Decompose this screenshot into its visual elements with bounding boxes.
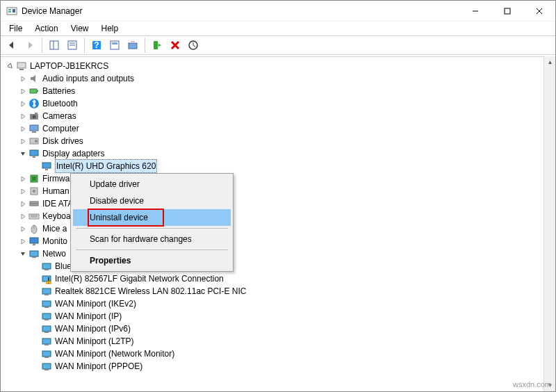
display-icon — [28, 148, 40, 159]
help-button[interactable]: ? — [88, 37, 105, 54]
context-menu-item[interactable]: Properties — [73, 252, 231, 269]
firmware-icon — [28, 173, 40, 184]
tree-root[interactable]: LAPTOP-JB1EKRCS — [6, 60, 555, 72]
expand-icon[interactable] — [19, 99, 27, 108]
tree-item[interactable]: Realtek 8821CE Wireless LAN 802.11ac PCI… — [6, 285, 555, 297]
svg-point-40 — [33, 190, 35, 193]
collapse-icon[interactable] — [19, 250, 27, 258]
menu-file[interactable]: File — [3, 22, 28, 35]
context-menu-item[interactable]: Uninstall device — [73, 209, 231, 226]
svg-rect-17 — [129, 43, 137, 49]
svg-rect-1 — [8, 9, 11, 10]
expand-icon[interactable] — [19, 74, 27, 83]
expand-icon[interactable] — [19, 87, 27, 95]
tree-item[interactable]: !Intel(R) 82567LF Gigabit Network Connec… — [6, 272, 555, 285]
tree-item[interactable]: Batteries — [6, 85, 555, 97]
svg-rect-34 — [33, 156, 35, 158]
show-hide-tree-button[interactable] — [46, 37, 63, 54]
forward-button[interactable] — [22, 37, 38, 54]
svg-rect-5 — [505, 8, 510, 14]
svg-rect-50 — [30, 251, 38, 256]
svg-rect-16 — [112, 42, 117, 44]
svg-rect-2 — [8, 11, 11, 13]
svg-rect-66 — [42, 351, 51, 357]
svg-rect-8 — [50, 41, 58, 49]
tree-item-label: Mice a — [42, 222, 67, 235]
scroll-track[interactable] — [544, 68, 555, 379]
minimize-button[interactable] — [459, 1, 491, 22]
svg-rect-35 — [42, 163, 51, 168]
expand-icon[interactable] — [6, 62, 15, 70]
update-button[interactable] — [185, 37, 202, 54]
tree-item[interactable]: WAN Miniport (Network Monitor) — [6, 348, 555, 360]
expand-icon[interactable] — [19, 137, 27, 145]
tree-item-label: Computer — [42, 122, 79, 135]
expand-icon[interactable] — [19, 199, 27, 208]
svg-rect-29 — [30, 125, 38, 131]
tree-item[interactable]: WAN Miniport (IPv6) — [6, 322, 555, 335]
svg-rect-48 — [30, 238, 38, 243]
svg-rect-60 — [42, 313, 51, 319]
close-button[interactable] — [523, 1, 555, 22]
window-title: Device Manager — [22, 6, 459, 16]
uninstall-button[interactable] — [167, 37, 183, 54]
svg-rect-15 — [111, 41, 119, 49]
svg-rect-24 — [37, 90, 38, 92]
tree-item-label: Cameras — [42, 110, 76, 122]
action-button[interactable] — [106, 37, 123, 54]
tree-item-label: WAN Miniport (IPv6) — [55, 322, 131, 335]
context-menu-item[interactable]: Disable device — [73, 193, 231, 209]
net-icon — [41, 361, 52, 372]
maximize-button[interactable] — [491, 1, 523, 22]
collapse-icon[interactable] — [19, 149, 27, 158]
back-button[interactable] — [3, 37, 20, 54]
expand-icon[interactable] — [19, 124, 27, 133]
vertical-scrollbar[interactable]: ▲ ▼ — [543, 56, 555, 391]
expand-icon[interactable] — [19, 212, 27, 220]
tree-item[interactable]: Disk drives — [6, 135, 555, 147]
svg-rect-49 — [33, 244, 35, 245]
expand-icon[interactable] — [19, 187, 27, 195]
disk-icon — [28, 136, 40, 147]
tree-item[interactable]: WAN Miniport (IKEv2) — [6, 297, 555, 310]
expand-icon[interactable] — [19, 174, 27, 183]
tree-item-label: Disk drives — [42, 135, 83, 147]
camera-icon — [28, 111, 40, 122]
svg-rect-23 — [30, 89, 37, 93]
svg-point-27 — [33, 115, 36, 119]
tree-item[interactable]: Audio inputs and outputs — [6, 72, 555, 85]
properties-button[interactable] — [64, 37, 81, 54]
tree-item[interactable]: Display adapters — [6, 147, 555, 160]
tree-item-label: Monito — [42, 235, 67, 247]
svg-rect-28 — [35, 113, 38, 114]
enable-button[interactable] — [149, 37, 165, 54]
expand-icon[interactable] — [19, 237, 27, 245]
tree-item[interactable]: WAN Miniport (L2TP) — [6, 335, 555, 348]
display-icon — [41, 161, 52, 172]
app-icon — [6, 6, 17, 17]
context-menu-separator — [76, 250, 228, 250]
tree-item[interactable]: Computer — [6, 122, 555, 135]
tree-item[interactable]: Cameras — [6, 110, 555, 122]
ide-icon — [28, 198, 40, 209]
context-menu-item[interactable]: Update driver — [73, 176, 231, 193]
tree-item[interactable]: Bluetooth — [6, 97, 555, 110]
menu-view[interactable]: View — [65, 22, 95, 35]
titlebar: Device Manager — [1, 1, 555, 22]
scroll-up-button[interactable]: ▲ — [544, 56, 556, 68]
expand-icon[interactable] — [19, 224, 27, 233]
tree-item-label: Human — [42, 185, 70, 197]
tree-item-label: IDE ATA — [42, 197, 73, 210]
tree-item[interactable]: Intel(R) UHD Graphics 620 — [6, 160, 555, 172]
menu-action[interactable]: Action — [29, 22, 63, 35]
net-icon — [41, 298, 52, 309]
menu-help[interactable]: Help — [96, 22, 124, 35]
context-menu-item[interactable]: Scan for hardware changes — [73, 231, 231, 247]
svg-text:?: ? — [94, 40, 99, 50]
svg-rect-30 — [32, 131, 36, 133]
tree-item[interactable]: WAN Miniport (IP) — [6, 310, 555, 322]
net-icon — [41, 348, 52, 359]
scan-button[interactable] — [124, 37, 141, 54]
tree-item[interactable]: WAN Miniport (PPPOE) — [6, 360, 555, 373]
expand-icon[interactable] — [19, 112, 27, 120]
